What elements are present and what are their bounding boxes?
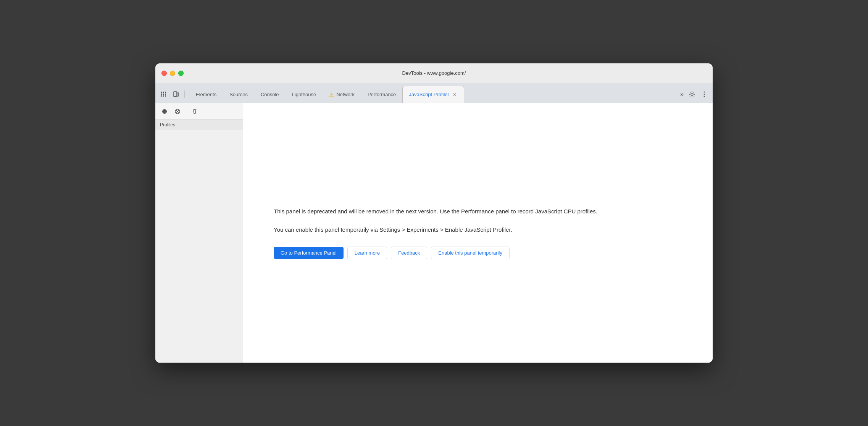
enable-temporarily-button[interactable]: Enable this panel temporarily	[431, 247, 510, 259]
svg-rect-1	[163, 92, 164, 93]
minimize-button[interactable]	[170, 71, 175, 76]
svg-rect-4	[165, 92, 166, 93]
svg-rect-9	[174, 92, 177, 97]
svg-rect-0	[161, 92, 162, 93]
tab-javascript-profiler[interactable]: JavaScript Profiler ✕	[402, 86, 464, 103]
tab-elements[interactable]: Elements	[189, 86, 223, 103]
svg-rect-3	[163, 94, 164, 95]
panel-content: This panel is deprecated and will be rem…	[243, 103, 713, 363]
device-toolbar-icon[interactable]	[171, 89, 181, 100]
go-to-performance-button[interactable]: Go to Performance Panel	[274, 247, 344, 259]
svg-rect-6	[161, 95, 162, 97]
svg-point-13	[704, 92, 705, 93]
tab-network[interactable]: ⚠ Network	[323, 86, 361, 103]
svg-rect-2	[161, 94, 162, 95]
svg-rect-10	[174, 96, 176, 97]
settings-icon[interactable]	[687, 89, 697, 100]
deprecation-message: This panel is deprecated and will be rem…	[274, 207, 597, 259]
svg-rect-5	[165, 94, 166, 95]
svg-point-16	[162, 109, 167, 114]
more-options-icon[interactable]	[699, 89, 710, 100]
more-tabs-button[interactable]: »	[677, 89, 687, 103]
tab-close-icon[interactable]: ✕	[452, 92, 458, 98]
close-button[interactable]	[161, 71, 167, 76]
svg-rect-11	[177, 93, 179, 96]
svg-point-15	[704, 96, 705, 97]
sidebar-profiles-list	[155, 130, 243, 363]
feedback-button[interactable]: Feedback	[391, 247, 427, 259]
tabs-container: Elements Sources Console Lighthouse ⚠ Ne…	[189, 86, 677, 103]
deprecation-text-1: This panel is deprecated and will be rem…	[274, 207, 597, 216]
action-buttons: Go to Performance Panel Learn more Feedb…	[274, 247, 597, 259]
deprecation-text-2: You can enable this panel temporarily vi…	[274, 225, 597, 234]
tab-console[interactable]: Console	[254, 86, 286, 103]
tab-performance[interactable]: Performance	[361, 86, 402, 103]
svg-rect-7	[163, 95, 164, 97]
record-button[interactable]	[159, 106, 170, 117]
stop-button[interactable]	[172, 106, 183, 117]
svg-point-12	[691, 93, 693, 95]
delete-button[interactable]	[189, 106, 200, 117]
toolbar-left	[158, 89, 186, 103]
main-content: Profiles This panel is deprecated and wi…	[155, 103, 713, 363]
sidebar-toolbar	[155, 103, 243, 120]
svg-rect-8	[165, 95, 166, 97]
tab-lighthouse[interactable]: Lighthouse	[286, 86, 323, 103]
cursor-tool-icon[interactable]	[158, 89, 169, 100]
sidebar: Profiles	[155, 103, 243, 363]
network-warning-icon: ⚠	[329, 92, 334, 98]
toolbar-right	[687, 89, 710, 103]
title-bar: DevTools - www.google.com/	[155, 63, 713, 83]
window-title: DevTools - www.google.com/	[402, 70, 466, 76]
profiles-heading: Profiles	[155, 120, 243, 130]
toolbar-divider	[184, 90, 185, 98]
tab-sources[interactable]: Sources	[223, 86, 254, 103]
devtools-window: DevTools - www.google.com/	[155, 63, 713, 363]
maximize-button[interactable]	[178, 71, 184, 76]
learn-more-button[interactable]: Learn more	[347, 247, 387, 259]
sidebar-divider	[186, 108, 186, 115]
tab-bar: Elements Sources Console Lighthouse ⚠ Ne…	[155, 83, 713, 103]
svg-point-14	[704, 94, 705, 95]
traffic-lights	[161, 71, 184, 76]
